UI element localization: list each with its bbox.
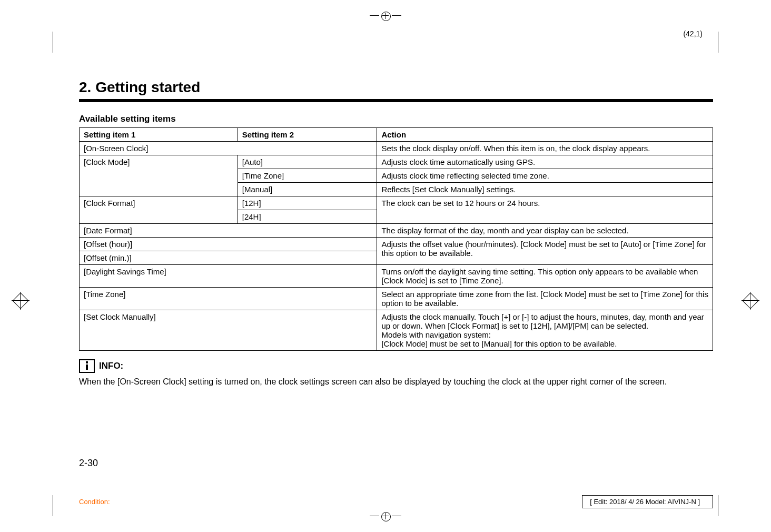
info-label: INFO: [99, 361, 123, 371]
cell-clock-format: [Clock Format] [80, 196, 238, 224]
table-row: [Offset (hour)] Adjusts the offset value… [80, 238, 713, 251]
cell-24h: [24H] [238, 210, 377, 224]
info-icon [79, 359, 95, 373]
cell-on-screen-clock: [On-Screen Clock] [80, 142, 377, 155]
page-number: 2-30 [79, 458, 98, 469]
heading-rule [79, 99, 713, 102]
cell-date-format: [Date Format] [80, 224, 377, 238]
cell-set-clock-manually: [Set Clock Manually] [80, 310, 377, 351]
available-setting-items-heading: Available setting items [79, 114, 713, 124]
edit-info-box: [ Edit: 2018/ 4/ 26 Model: AIVINJ-N ] [582, 495, 713, 508]
cell-action: Adjusts clock time reflecting selected t… [377, 169, 713, 183]
crop-mark-left [15, 295, 26, 307]
crop-mark-right [745, 295, 756, 307]
table-header-row: Setting item 1 Setting item 2 Action [80, 128, 713, 142]
condition-label: Condition: [79, 498, 110, 506]
th-setting-item-1: Setting item 1 [80, 128, 238, 142]
th-action: Action [377, 128, 713, 142]
table-row: [Clock Format] [12H] The clock can be se… [80, 196, 713, 210]
table-row: [Set Clock Manually] Adjusts the clock m… [80, 310, 713, 351]
table-row: [Date Format] The display format of the … [80, 224, 713, 238]
trim-tick [718, 495, 718, 516]
cell-action: Turns on/off the daylight saving time se… [377, 265, 713, 288]
cell-daylight-savings: [Daylight Savings Time] [80, 265, 377, 288]
trim-tick [53, 32, 53, 53]
table-row: [Clock Mode] [Auto] Adjusts clock time a… [80, 155, 713, 169]
cell-offset-min: [Offset (min.)] [80, 251, 377, 265]
cell-action: The display format of the day, month and… [377, 224, 713, 238]
cell-offset-hour: [Offset (hour)] [80, 238, 377, 251]
table-row: [Time Zone] Select an appropriate time z… [80, 288, 713, 310]
cell-time-zone-row: [Time Zone] [80, 288, 377, 310]
cell-auto: [Auto] [238, 155, 377, 169]
crop-mark-top [370, 11, 401, 21]
cell-manual: [Manual] [238, 183, 377, 196]
cell-action: Adjusts the clock manually. Touch [+] or… [377, 310, 713, 351]
cell-action: Sets the clock display on/off. When this… [377, 142, 713, 155]
cell-action: Reflects [Set Clock Manually] settings. [377, 183, 713, 196]
crop-mark-bottom [370, 511, 401, 521]
cell-action: Select an appropriate time zone from the… [377, 288, 713, 310]
trim-tick [53, 495, 53, 516]
cell-action: The clock can be set to 12 hours or 24 h… [377, 196, 713, 224]
settings-table: Setting item 1 Setting item 2 Action [On… [79, 127, 713, 351]
table-row: [Daylight Savings Time] Turns on/off the… [80, 265, 713, 288]
th-setting-item-2: Setting item 2 [238, 128, 377, 142]
cell-12h: [12H] [238, 196, 377, 210]
table-row: [On-Screen Clock] Sets the clock display… [80, 142, 713, 155]
info-text: When the [On-Screen Clock] setting is tu… [79, 376, 713, 388]
section-heading: 2. Getting started [79, 79, 713, 96]
cell-action: Adjusts clock time automatically using G… [377, 155, 713, 169]
sheet-coordinate: (42,1) [683, 29, 703, 38]
cell-action: Adjusts the offset value (hour/minutes).… [377, 238, 713, 265]
cell-clock-mode: [Clock Mode] [80, 155, 238, 196]
trim-tick [718, 32, 718, 53]
cell-time-zone: [Time Zone] [238, 169, 377, 183]
